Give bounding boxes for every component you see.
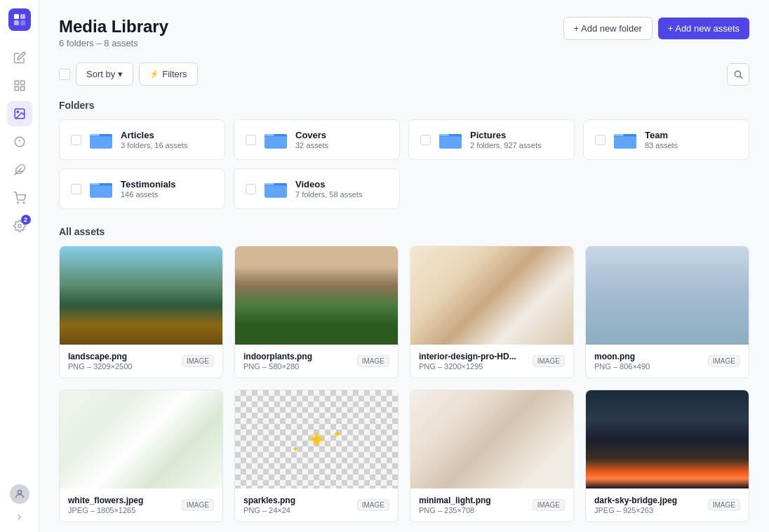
asset-badge: IMAGE [708,355,740,367]
asset-thumbnail [586,390,749,488]
assets-section-title: All assets [59,226,749,237]
asset-card[interactable]: interior-design-pro-HD... PNG – 3200×129… [410,246,574,378]
sidebar-item-media[interactable] [7,101,32,126]
settings-badge: 2 [21,215,31,225]
asset-card[interactable]: minimal_light.png PNG – 235×708 IMAGE [410,390,574,522]
add-assets-button[interactable]: + Add new assets [658,18,749,39]
folder-info: Videos 7 folders, 58 assets [295,179,362,199]
folder-meta: 32 assets [295,141,328,149]
asset-info: sparkles.png PNG – 24×24 IMAGE [235,488,398,521]
folder-checkbox[interactable] [71,184,81,194]
folder-checkbox[interactable] [246,135,256,145]
folder-info: Testimonials 146 assets [121,179,176,199]
svg-line-20 [740,76,742,78]
asset-text: indoorplants.png PNG – 580×280 [243,352,312,371]
select-all-checkbox[interactable] [59,69,70,80]
folder-checkbox[interactable] [246,184,256,194]
asset-text: sparkles.png PNG – 24×24 [243,496,295,514]
assets-grid: landscape.png PNG – 3209×2500 IMAGE indo… [59,246,749,522]
asset-info: indoorplants.png PNG – 580×280 IMAGE [235,345,398,378]
asset-meta: JPEG – 925×263 [594,506,677,514]
folder-name: Articles [121,130,187,140]
sidebar-item-grid[interactable] [7,73,32,98]
folder-icon [439,130,462,149]
search-button[interactable] [727,63,749,86]
add-folder-button[interactable]: + Add new folder [563,17,653,40]
svg-point-17 [18,225,21,228]
sidebar-item-info[interactable] [7,129,32,154]
asset-badge: IMAGE [357,499,389,511]
sidebar-item-edit[interactable] [7,45,32,70]
main-content: Media Library 6 folders – 8 assets + Add… [39,0,769,532]
folder-name: Testimonials [121,179,176,189]
asset-thumbnail [60,390,222,488]
asset-name: white_flowers.jpeg [68,496,143,505]
sidebar-item-settings[interactable]: 2 [7,213,32,239]
sidebar-item-plugins[interactable] [7,157,32,182]
asset-card[interactable]: indoorplants.png PNG – 580×280 IMAGE [234,246,399,378]
folder-checkbox[interactable] [595,135,606,145]
asset-info: interior-design-pro-HD... PNG – 3200×129… [410,345,573,378]
asset-text: dark-sky-bridge.jpeg JPEG – 925×263 [594,496,677,514]
folder-card[interactable]: Covers 32 assets [234,119,400,160]
svg-rect-3 [20,20,25,25]
asset-thumbnail [60,246,222,345]
asset-name: sparkles.png [243,496,295,505]
folder-card[interactable]: Testimonials 146 assets [59,168,225,209]
asset-badge: IMAGE [182,355,214,367]
toolbar: Sort by ▾ ⚡ Filters [59,62,749,86]
asset-text: interior-design-pro-HD... PNG – 3200×129… [419,352,516,371]
sidebar: 2 › [0,0,39,532]
asset-card[interactable]: ✦ ✦ ✦ sparkles.png PNG – 24×24 IMAGE [234,390,399,522]
folder-icon [265,130,287,149]
toolbar-right [727,63,749,86]
folder-info: Covers 32 assets [295,130,328,149]
folder-checkbox[interactable] [420,135,431,145]
asset-meta: PNG – 235×708 [419,506,491,514]
asset-meta: PNG – 3200×1295 [419,362,516,371]
asset-thumbnail [235,246,398,345]
filters-button[interactable]: ⚡ Filters [139,62,197,86]
folder-card[interactable]: Team 83 assets [583,119,749,160]
asset-name: interior-design-pro-HD... [419,352,516,361]
asset-info: white_flowers.jpeg JPEG – 1805×1265 IMAG… [60,488,222,521]
folder-icon [90,179,112,199]
folder-card[interactable]: Videos 7 folders, 58 assets [234,168,400,209]
folder-card[interactable]: Articles 3 folders, 16 assets [59,119,225,160]
folders-section-title: Folders [59,100,749,111]
header-actions: + Add new folder + Add new assets [563,17,749,40]
svg-rect-5 [20,81,24,84]
asset-text: landscape.png PNG – 3209×2500 [68,352,132,371]
asset-meta: JPEG – 1805×1265 [68,506,143,514]
svg-point-18 [18,491,21,494]
folder-info: Articles 3 folders, 16 assets [121,130,187,149]
asset-card[interactable]: moon.png PNG – 806×490 IMAGE [585,246,749,378]
sidebar-item-shop[interactable] [7,185,32,211]
asset-info: minimal_light.png PNG – 235×708 IMAGE [410,488,573,521]
folder-info: Pictures 2 folders, 927 assets [470,130,542,149]
asset-thumbnail [410,246,573,345]
user-avatar[interactable] [10,484,29,504]
asset-card[interactable]: landscape.png PNG – 3209×2500 IMAGE [59,246,223,378]
svg-point-16 [23,202,25,204]
folder-checkbox[interactable] [71,135,81,145]
asset-text: white_flowers.jpeg JPEG – 1805×1265 [68,496,143,514]
svg-rect-35 [90,185,112,197]
sort-by-button[interactable]: Sort by ▾ [76,62,133,86]
asset-badge: IMAGE [533,499,565,511]
asset-name: minimal_light.png [419,496,491,505]
asset-info: dark-sky-bridge.jpeg JPEG – 925×263 IMAG… [586,488,749,521]
folder-meta: 3 folders, 16 assets [121,141,187,149]
asset-card[interactable]: white_flowers.jpeg JPEG – 1805×1265 IMAG… [59,390,223,522]
svg-rect-7 [20,87,24,91]
asset-meta: PNG – 3209×2500 [68,362,132,371]
svg-point-15 [18,202,19,204]
sidebar-collapse-chevron[interactable]: › [13,510,27,524]
asset-meta: PNG – 806×490 [594,362,650,371]
asset-card[interactable]: dark-sky-bridge.jpeg JPEG – 925×263 IMAG… [585,390,749,522]
svg-rect-38 [265,185,287,197]
asset-name: dark-sky-bridge.jpeg [594,496,677,505]
svg-rect-26 [265,136,287,147]
folder-card[interactable]: Pictures 2 folders, 927 assets [408,119,575,160]
app-logo[interactable] [8,8,31,31]
